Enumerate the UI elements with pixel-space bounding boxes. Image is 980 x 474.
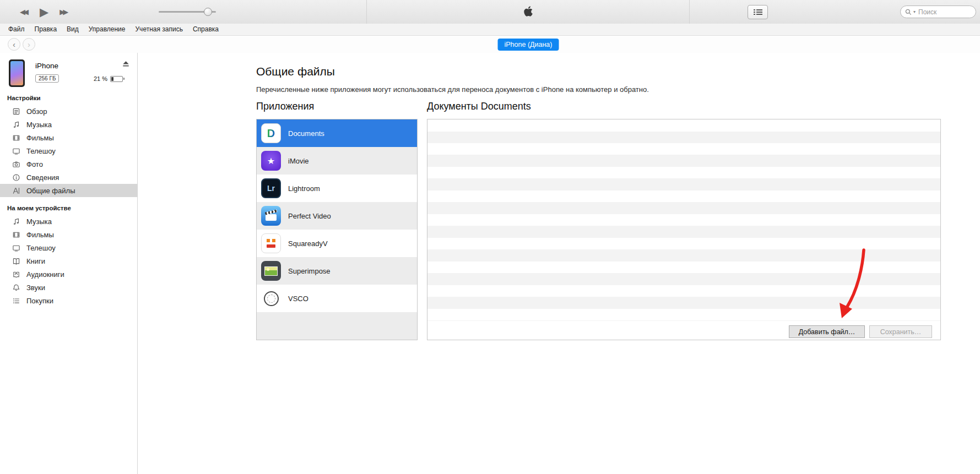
play-icon[interactable]: ▶ — [40, 6, 48, 18]
eject-icon[interactable] — [122, 61, 129, 67]
sidebar-item-music[interactable]: Музыка — [0, 118, 137, 131]
sidebar-item-photos[interactable]: Фото — [0, 157, 137, 171]
search-input[interactable] — [917, 8, 971, 17]
save-button[interactable]: Сохранить… — [869, 325, 932, 338]
music-note-icon — [12, 121, 20, 129]
sidebar-item-info[interactable]: Сведения — [0, 171, 137, 184]
sidebar-item-label: Фильмы — [26, 134, 54, 142]
sidebar-item-file-sharing[interactable]: Общие файлы — [0, 184, 137, 197]
app-name: VSCO — [288, 295, 308, 303]
sidebar-item-label: Фильмы — [26, 231, 54, 239]
transport-controls: ◀◀ ▶ ▶▶ — [20, 0, 68, 24]
sidebar-item-label: Фото — [26, 160, 43, 168]
device-header: iPhone 256 ГБ 21 % — [0, 59, 137, 91]
music-note-icon — [12, 217, 20, 226]
sidebar-item-label: Звуки — [26, 284, 45, 292]
app-name: Perfect Video — [288, 212, 331, 220]
sidebar-item-label: Аудиокниги — [26, 270, 64, 279]
section-header-settings: Настройки — [0, 91, 137, 105]
view-mode-button[interactable] — [748, 5, 768, 19]
app-name: Lightroom — [288, 184, 320, 193]
forward-button[interactable]: › — [23, 38, 35, 51]
app-name: Documents — [288, 129, 324, 138]
apple-logo-icon — [524, 6, 533, 19]
sidebar-item-device-purchases[interactable]: Покупки — [0, 294, 137, 307]
app-row-vsco[interactable]: VSCO — [257, 285, 417, 312]
purchases-icon — [12, 297, 20, 305]
apps-list: D Documents ★ iMovie Lr Lightroom Perfec… — [256, 119, 418, 340]
iphone-screen — [10, 61, 23, 85]
toolbar: ◀◀ ▶ ▶▶ ▾ — [0, 0, 980, 24]
vsco-app-icon — [261, 288, 281, 308]
battery-icon — [110, 76, 123, 82]
sidebar: iPhone 256 ГБ 21 % Настройки Обзор Музык… — [0, 53, 138, 474]
device-tab[interactable]: iPhone (Диана) — [498, 39, 559, 51]
fast-forward-icon[interactable]: ▶▶ — [59, 8, 68, 15]
chevron-down-icon: ▾ — [913, 9, 916, 14]
add-file-button[interactable]: Добавить файл… — [789, 325, 865, 338]
battery-status: 21 % — [94, 75, 123, 82]
itunes-window: ◀◀ ▶ ▶▶ ▾ Файл Правка Вид Управление Уче — [0, 0, 980, 474]
sidebar-item-device-books[interactable]: Книги — [0, 254, 137, 268]
app-row-documents[interactable]: D Documents — [257, 119, 417, 147]
tv-icon — [12, 244, 20, 252]
menu-controls[interactable]: Управление — [84, 24, 131, 35]
book-icon — [12, 257, 20, 265]
capacity-badge: 256 ГБ — [35, 74, 59, 83]
tv-icon — [12, 147, 20, 155]
menu-account[interactable]: Учетная запись — [131, 24, 188, 35]
search-box[interactable]: ▾ — [900, 6, 976, 18]
sidebar-item-label: Книги — [26, 257, 45, 265]
sidebar-item-device-music[interactable]: Музыка — [0, 215, 137, 228]
superimpose-app-icon — [261, 261, 281, 281]
app-row-perfect-video[interactable]: Perfect Video — [257, 202, 417, 230]
app-row-lightroom[interactable]: Lr Lightroom — [257, 175, 417, 202]
menu-help[interactable]: Справка — [188, 24, 224, 35]
perfect-video-app-icon — [261, 206, 281, 226]
sidebar-item-device-audiobooks[interactable]: Аудиокниги — [0, 268, 137, 281]
sidebar-item-label: Сведения — [26, 173, 59, 182]
menu-view[interactable]: Вид — [62, 24, 84, 35]
bell-icon — [12, 284, 20, 292]
toolbar-separator — [366, 0, 367, 24]
audiobook-icon — [12, 270, 20, 279]
chevron-right-icon: › — [28, 40, 30, 48]
empty-file-rows — [427, 119, 940, 321]
app-name: SquareadyV — [288, 239, 328, 248]
app-name: Superimpose — [288, 267, 331, 275]
sidebar-item-label: Телешоу — [26, 147, 56, 155]
battery-fill — [111, 77, 113, 81]
camera-icon — [12, 160, 20, 168]
sidebar-item-tv-shows[interactable]: Телешоу — [0, 144, 137, 157]
menu-edit[interactable]: Правка — [30, 24, 62, 35]
volume-slider[interactable] — [159, 11, 216, 13]
sidebar-item-overview[interactable]: Обзор — [0, 105, 137, 118]
sidebar-item-label: Музыка — [26, 121, 52, 129]
squareadyv-app-icon — [261, 233, 281, 253]
app-name: iMovie — [288, 157, 309, 165]
app-row-squareadyv[interactable]: SquareadyV — [257, 230, 417, 257]
back-button[interactable]: ‹ — [8, 38, 20, 51]
sidebar-item-device-tv-shows[interactable]: Телешоу — [0, 241, 137, 254]
info-icon — [12, 173, 20, 182]
app-row-imovie[interactable]: ★ iMovie — [257, 147, 417, 175]
chevron-left-icon: ‹ — [13, 40, 15, 48]
imovie-app-icon: ★ — [261, 151, 281, 171]
navigation-row: ‹ › iPhone (Диана) — [0, 36, 980, 53]
sidebar-item-device-movies[interactable]: Фильмы — [0, 228, 137, 241]
menu-file[interactable]: Файл — [3, 24, 30, 35]
documents-file-list: Добавить файл… Сохранить… — [427, 119, 941, 340]
sidebar-item-device-tones[interactable]: Звуки — [0, 281, 137, 294]
search-icon — [905, 9, 912, 15]
page-description: Перечисленные ниже приложения могут испо… — [256, 85, 649, 94]
sidebar-item-label: Покупки — [26, 297, 53, 305]
sidebar-item-label: Музыка — [26, 217, 52, 226]
page-title: Общие файлы — [256, 65, 335, 78]
toolbar-separator — [689, 0, 690, 24]
menu-bar: Файл Правка Вид Управление Учетная запис… — [0, 24, 980, 36]
documents-app-icon: D — [261, 123, 281, 143]
app-row-superimpose[interactable]: Superimpose — [257, 257, 417, 285]
sidebar-item-movies[interactable]: Фильмы — [0, 131, 137, 144]
volume-knob[interactable] — [204, 8, 212, 16]
rewind-icon[interactable]: ◀◀ — [20, 8, 29, 15]
